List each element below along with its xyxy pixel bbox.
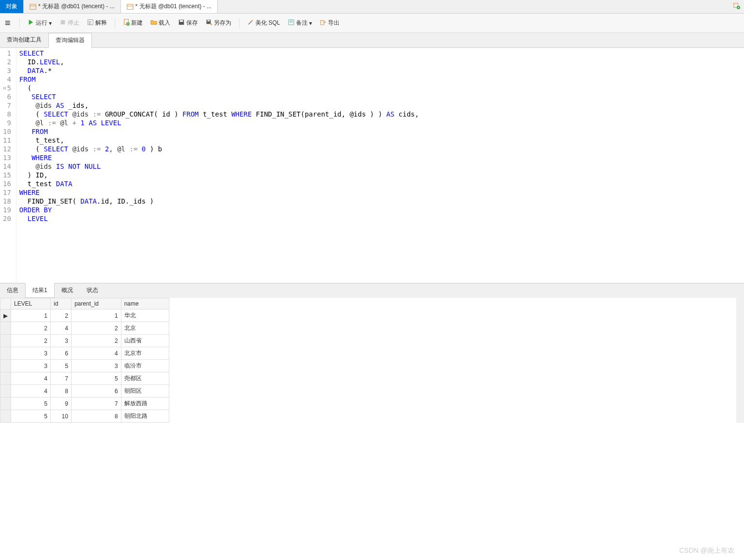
sql-editor[interactable]: 1234⊟567891011121314151617181920 SELECT …: [0, 48, 744, 283]
result-grid[interactable]: LEVELidparent_idname▶121华北242北京232山西省364…: [0, 298, 169, 423]
run-button[interactable]: 运行 ▾: [25, 17, 55, 29]
explain-icon: E: [87, 19, 94, 27]
save-button[interactable]: 保存: [175, 17, 201, 29]
watermark: CSDN @尧上有农: [679, 546, 734, 555]
new-button[interactable]: 新建: [120, 17, 146, 29]
query-icon: [127, 3, 134, 10]
dropdown-icon: ▾: [309, 20, 312, 27]
tab-objects[interactable]: 对象: [0, 0, 24, 13]
new-icon: [123, 19, 130, 27]
result-grid-wrap: LEVELidparent_idname▶121华北242北京232山西省364…: [0, 298, 744, 423]
folder-icon: [150, 19, 157, 27]
svg-rect-19: [207, 20, 209, 22]
export-icon: [320, 19, 327, 27]
svg-rect-25: [321, 21, 324, 25]
load-button[interactable]: 载入: [148, 17, 173, 29]
plus-icon: [733, 4, 740, 11]
svg-rect-17: [179, 20, 183, 22]
svg-rect-9: [60, 20, 65, 25]
toolbar: ≡ 运行 ▾ 停止 E 解释 新建 载入 保存 另存为 美化 SQL 备注 ▾: [0, 14, 744, 33]
sub-tab-bar: 查询创建工具 查询编辑器: [0, 33, 744, 48]
tab-status[interactable]: 状态: [80, 283, 105, 298]
tab-info[interactable]: 信息: [0, 283, 25, 298]
export-button[interactable]: 导出: [317, 17, 342, 29]
code-area[interactable]: SELECT ID.LEVEL, DATA.*FROM ( SELECT @id…: [16, 48, 422, 283]
stop-icon: [60, 19, 66, 27]
add-tab-button[interactable]: [729, 2, 744, 11]
wand-icon: [247, 19, 254, 27]
scrollbar[interactable]: [736, 298, 744, 423]
save-icon: [178, 19, 185, 27]
tab-result1[interactable]: 结果1: [25, 283, 55, 298]
tab-query-builder[interactable]: 查询创建工具: [0, 33, 48, 47]
tab-query-editor[interactable]: 查询编辑器: [48, 33, 92, 48]
comment-button[interactable]: 备注 ▾: [285, 17, 315, 29]
svg-rect-0: [30, 4, 36, 9]
query-icon: [30, 3, 36, 10]
top-tab-bar: 对象 * 无标题 @db01 (tencent) - ... * 无标题 @db…: [0, 0, 744, 14]
tab-profile[interactable]: 概况: [55, 283, 80, 298]
tab-query-2[interactable]: * 无标题 @db01 (tencent) - ...: [121, 0, 218, 13]
menu-button[interactable]: ≡: [5, 17, 11, 29]
play-icon: [28, 19, 34, 27]
dropdown-icon: ▾: [49, 20, 52, 27]
saveas-icon: [206, 19, 212, 27]
svg-rect-2: [127, 4, 133, 9]
svg-text:E: E: [89, 20, 91, 25]
saveas-button[interactable]: 另存为: [203, 17, 234, 29]
stop-button: 停止: [57, 17, 82, 29]
svg-marker-8: [29, 20, 33, 25]
beautify-button[interactable]: 美化 SQL: [244, 17, 283, 29]
tab-query-1[interactable]: * 无标题 @db01 (tencent) - ...: [24, 0, 121, 13]
note-icon: [288, 19, 295, 27]
line-gutter: 1234⊟567891011121314151617181920: [0, 48, 16, 283]
svg-point-21: [251, 20, 253, 22]
result-tab-bar: 信息 结果1 概况 状态: [0, 283, 744, 298]
explain-button[interactable]: E 解释: [84, 17, 110, 29]
